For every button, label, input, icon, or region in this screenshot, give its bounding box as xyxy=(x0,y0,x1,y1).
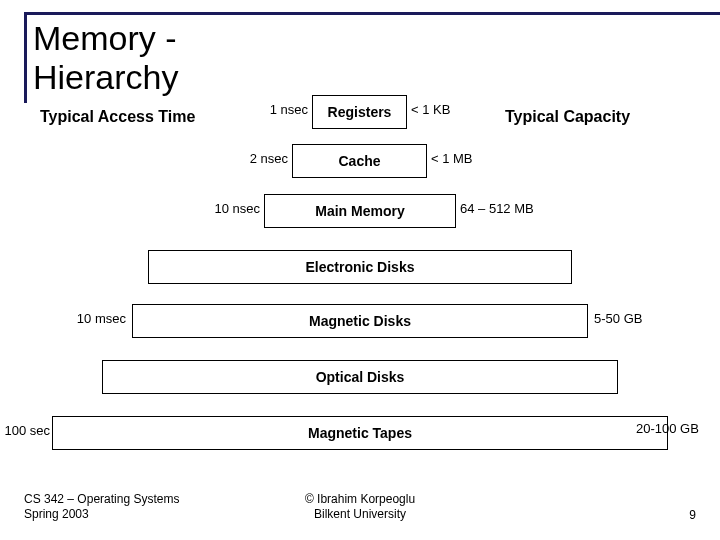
tier-magnetic-tapes: Magnetic Tapes xyxy=(52,416,668,450)
tier-electronic-disks: Electronic Disks xyxy=(148,250,572,284)
tier-cache: Cache xyxy=(292,144,427,178)
capacity-magnetic-disks: 5-50 GB xyxy=(594,311,642,326)
tier-registers: Registers xyxy=(312,95,407,129)
access-time-magnetic-disks: 10 msec xyxy=(66,311,126,326)
tier-magnetic-disks: Magnetic Disks xyxy=(132,304,588,338)
footer-copyright: © Ibrahim Korpeoglu xyxy=(305,492,415,506)
slide: Memory - Hierarchy Typical Access Time T… xyxy=(0,0,720,540)
footer-institution: Bilkent University xyxy=(314,507,406,521)
capacity-magnetic-tapes: 20-100 GB xyxy=(636,421,699,436)
capacity-cache: < 1 MB xyxy=(431,151,473,166)
access-time-magnetic-tapes: 100 sec xyxy=(0,423,50,438)
access-time-registers: 1 nsec xyxy=(252,102,308,117)
label-access-time: Typical Access Time xyxy=(40,108,195,126)
tier-main-memory: Main Memory xyxy=(264,194,456,228)
page-title: Memory - Hierarchy xyxy=(24,12,720,103)
capacity-registers: < 1 KB xyxy=(411,102,450,117)
label-capacity: Typical Capacity xyxy=(505,108,630,126)
access-time-main-memory: 10 nsec xyxy=(200,201,260,216)
tier-optical-disks: Optical Disks xyxy=(102,360,618,394)
capacity-main-memory: 64 – 512 MB xyxy=(460,201,534,216)
footer-credit: © Ibrahim Korpeoglu Bilkent University xyxy=(0,492,720,522)
access-time-cache: 2 nsec xyxy=(232,151,288,166)
footer-page-number: 9 xyxy=(689,508,696,522)
